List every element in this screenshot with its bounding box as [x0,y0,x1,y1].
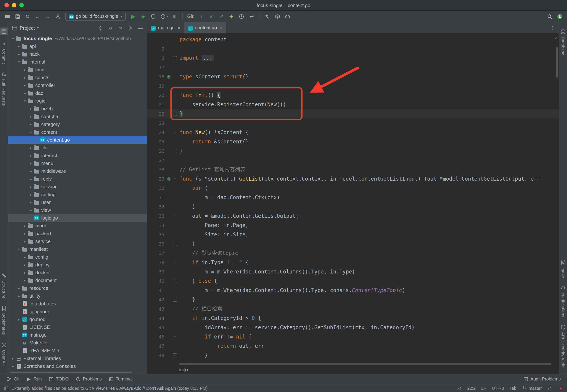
line-number[interactable]: 19 [147,81,166,91]
line-number[interactable]: 44 [147,314,166,323]
chevron-down-icon[interactable]: ▾ [16,60,22,64]
chevron-right-icon[interactable]: ▸ [28,115,33,118]
tree-item[interactable]: gocontent.go [8,136,147,144]
code-line[interactable]: 44▾ if in.CategoryId > 0 { [147,314,559,323]
chevron-right-icon[interactable]: ▸ [28,146,33,150]
stripe-item-database[interactable]: Database [560,28,566,56]
code-line[interactable]: 24▾func New() *sContent { [147,128,559,137]
chevron-right-icon[interactable]: ▸ [16,44,22,48]
code-line[interactable]: 29▾func (s *sContent) GetList(ctx contex… [147,174,559,183]
line-number[interactable]: 42 [147,295,166,304]
code-with-me-button[interactable] [556,12,563,20]
tree-item[interactable]: ▸file [8,144,147,152]
audit-problems-button[interactable]: Audit Problems [520,376,564,382]
stripe-item-notifications[interactable]: Notifications [560,285,566,317]
terminal-tool-button[interactable]: Terminal [105,374,136,384]
line-number[interactable]: 36 [147,239,166,249]
line-number[interactable]: 46 [147,332,166,341]
tree-item[interactable]: ▸bizctx [8,105,147,112]
line-number[interactable]: 17 [147,63,166,72]
cloud-sync-button[interactable] [284,12,291,20]
tree-item[interactable]: ▾focus-single~/Workspace/Go/GOPATH/src/g… [8,35,147,42]
code-line[interactable]: 32 ) [147,202,559,211]
tree-item[interactable]: ▾manifest [8,245,147,253]
chevron-right-icon[interactable]: ▸ [28,107,33,111]
status-message-link[interactable]: View Files [95,386,115,390]
chevron-right-icon[interactable]: ▸ [10,357,16,360]
line-number[interactable]: 25 [147,137,166,146]
locate-file-button[interactable] [97,25,103,31]
code-line[interactable]: 3+import ... [147,54,559,63]
tree-item[interactable]: ◆.gitattributes [8,300,147,308]
code-line[interactable]: 26▴} [147,146,559,156]
line-number[interactable]: 35 [147,230,166,239]
chevron-right-icon[interactable]: ▸ [22,84,28,87]
implementation-marker-icon[interactable] [166,174,172,183]
tree-item[interactable]: MREADME.MD [8,347,147,354]
tree-item[interactable]: ▸model [8,222,147,230]
vcs-push-button[interactable]: ↗ [218,12,225,20]
line-number[interactable]: 22 [147,109,166,119]
editor-vscrollbar[interactable] [556,47,558,78]
line-number[interactable]: 31 [147,193,166,202]
tree-item[interactable]: ▸interact [8,152,147,159]
line-number[interactable]: 3 [147,54,166,63]
problems-tool-button[interactable]: Problems [72,374,105,384]
tree-item[interactable]: ▸setting [8,191,147,198]
stripe-item-api-security-audit[interactable]: API Security Audit [560,324,566,368]
git-tool-button[interactable]: Git [3,374,23,384]
code-line[interactable]: 17 [147,63,559,72]
chevron-right-icon[interactable]: ▸ [16,294,22,298]
git-branch[interactable]: master [522,386,542,391]
line-number[interactable]: 37 [147,249,166,258]
run-configuration-select[interactable]: gogo build focus-single▾ [65,12,126,21]
code-line[interactable]: 40▴ } else { [147,277,559,286]
editor-tab[interactable]: gomain.go× [147,22,184,33]
tree-item[interactable]: ▸hack [8,50,147,58]
chevron-down-icon[interactable]: ▾ [16,247,22,251]
chevron-right-icon[interactable]: ▸ [28,193,33,196]
ide-settings-button[interactable] [54,12,61,20]
build-button[interactable] [264,12,271,20]
chevron-right-icon[interactable]: ▸ [28,200,33,204]
chevron-right-icon[interactable]: ▸ [16,286,22,290]
chevron-right-icon[interactable]: ▸ [16,318,22,321]
vcs-update-button[interactable]: ↓ [198,12,205,20]
chevron-right-icon[interactable]: ▸ [28,122,33,126]
tree-item[interactable]: ◆.gitignore [8,308,147,315]
tree-item[interactable]: ▸dao [8,89,147,97]
stop-button[interactable]: ■ [171,12,178,20]
file-encoding[interactable]: UTF-8 [492,386,504,390]
stripe-item-commit[interactable]: Commit [1,41,7,64]
code-line[interactable]: 19 [147,81,559,91]
line-number[interactable]: 24 [147,128,166,137]
chevron-right-icon[interactable]: ▸ [28,154,33,157]
code-line[interactable]: 38▾ if in.Type != "" { [147,258,559,267]
code-line[interactable]: 47 return out, err [147,341,559,351]
coverage-button[interactable] [150,12,157,20]
chevron-right-icon[interactable]: ▸ [22,239,28,243]
line-number[interactable]: 29 [147,174,166,183]
chevron-down-icon[interactable]: ▾ [37,26,39,30]
profiler-button[interactable]: ▾ [160,12,168,20]
line-number[interactable]: 45 [147,323,166,332]
tree-item[interactable]: ▸docker [8,269,147,277]
close-button[interactable] [4,3,9,7]
chevron-right-icon[interactable]: ▸ [22,68,28,71]
tree-item[interactable]: ▸cmd [8,66,147,74]
tree-item[interactable]: gomain.go [8,331,147,339]
chevron-down-icon[interactable]: ▾ [22,99,28,103]
line-number[interactable]: 30 [147,183,166,193]
tree-item[interactable]: ▸gogo.mod [8,315,147,323]
code-line[interactable]: 25 return &sContent{} [147,137,559,146]
code-line[interactable]: 43 // 栏目检索 [147,304,559,314]
back-button[interactable]: ← [34,12,41,20]
inspection-ok-icon[interactable]: ✓ [554,36,557,41]
editor-hscrollbar[interactable] [147,362,559,366]
breadcrumb[interactable]: init() [179,367,188,372]
line-number[interactable]: 28 [147,165,166,174]
code-line[interactable]: 28// GetList 查询内容列表 [147,165,559,174]
tree-item[interactable]: ▾content [8,128,147,136]
chevron-down-icon[interactable]: ▾ [120,14,122,18]
chevron-right-icon[interactable]: ▸ [22,271,28,274]
